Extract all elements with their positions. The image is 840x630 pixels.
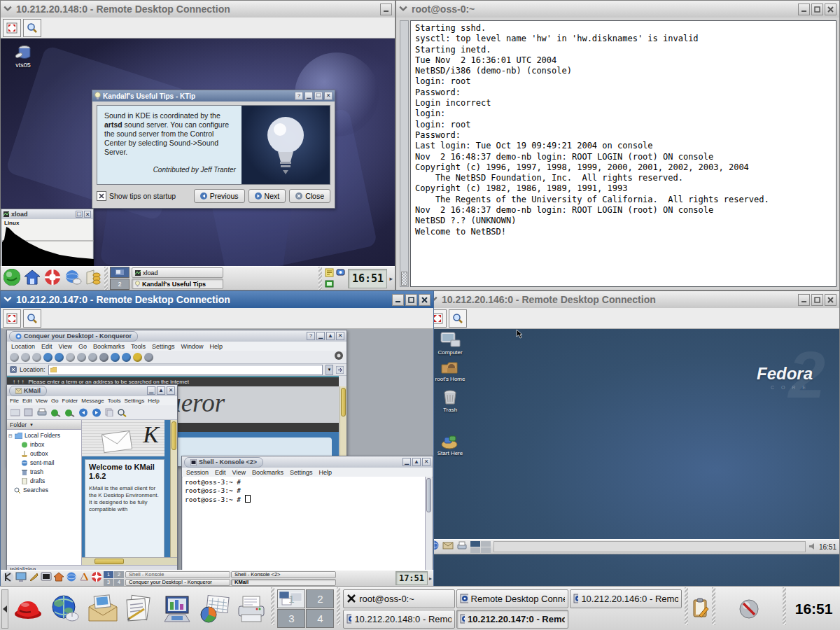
- show-tips-checkbox[interactable]: [97, 191, 106, 201]
- workspace-4[interactable]: [481, 547, 491, 553]
- shade-button[interactable]: ▲: [157, 386, 165, 395]
- menu-help[interactable]: Help: [210, 343, 223, 350]
- pager-desktop-3[interactable]: 3: [104, 579, 113, 586]
- reader-hscrollbar[interactable]: [82, 557, 177, 565]
- task-xload[interactable]: xload: [132, 267, 223, 278]
- maximize-button[interactable]: ☐: [314, 92, 323, 100]
- back-icon[interactable]: [10, 353, 19, 362]
- zoom-button[interactable]: [23, 19, 41, 37]
- up-icon[interactable]: [32, 353, 41, 362]
- panel-hide-button[interactable]: [1, 589, 8, 629]
- menu-location[interactable]: Location: [11, 343, 35, 350]
- folder-sent-mail[interactable]: sent-mail: [8, 458, 81, 468]
- minimize-button[interactable]: ▁: [147, 386, 155, 395]
- menu-edit[interactable]: Edit: [215, 469, 226, 476]
- panel-hide-arrow[interactable]: ▸: [429, 575, 432, 582]
- close-button[interactable]: ✕: [336, 332, 344, 340]
- minimize-button[interactable]: ▁: [316, 332, 325, 340]
- fullscreen-button[interactable]: [3, 309, 21, 328]
- minimize-button[interactable]: ▁: [304, 92, 313, 100]
- menu-help[interactable]: Help: [148, 398, 159, 404]
- desktop-icon-home[interactable]: root's Home: [430, 360, 470, 382]
- previous-button[interactable]: Previous: [194, 189, 245, 203]
- task-rdc-146[interactable]: 10.212.20.146:0 - Remote Desktop Connect…: [570, 589, 682, 608]
- close-button[interactable]: ✕: [84, 211, 91, 218]
- menu-view[interactable]: View: [36, 398, 48, 404]
- konsole-titlebar[interactable]: Shell - Konsole <2> ▁ ▲ ✕: [182, 456, 433, 468]
- host-clock[interactable]: 16:51: [789, 601, 839, 617]
- next-button[interactable]: Next: [248, 189, 286, 203]
- konsole-screen[interactable]: root@oss-3:~ # root@oss-3:~ # root@oss-3…: [183, 477, 425, 573]
- titlebar-oss[interactable]: root@oss-0:~: [396, 1, 839, 18]
- workspace-3[interactable]: [470, 547, 480, 553]
- folder-inbox[interactable]: inbox: [8, 440, 81, 449]
- fullscreen-button[interactable]: [3, 19, 21, 37]
- stop-icon[interactable]: [66, 353, 75, 362]
- pager-desktop-2[interactable]: 2: [110, 279, 130, 290]
- desktop-icon-computer[interactable]: Computer: [430, 332, 470, 356]
- klipper-icon[interactable]: [691, 597, 709, 621]
- menu-settings[interactable]: Settings: [290, 469, 313, 476]
- menu-bookmarks[interactable]: Bookmarks: [252, 469, 284, 476]
- menu-message[interactable]: Message: [81, 398, 104, 404]
- reply-icon[interactable]: [78, 408, 88, 417]
- menu-window[interactable]: Window: [181, 343, 203, 350]
- word-processor-launcher[interactable]: [122, 590, 157, 628]
- task-rdc[interactable]: Remote Desktop Connection: [456, 589, 568, 608]
- pager-desktop-1[interactable]: 1: [104, 571, 113, 578]
- workspace-switcher[interactable]: [470, 541, 491, 553]
- menu-view[interactable]: View: [59, 343, 72, 350]
- pager-desktop-1[interactable]: 1: [277, 589, 305, 608]
- menu-session[interactable]: Session: [186, 469, 209, 476]
- desktop-icon-trash[interactable]: Trash: [430, 389, 470, 413]
- ktip-titlebar[interactable]: Kandalf's Useful Tips - KTip ? ▁ ☐ ✕: [92, 90, 335, 102]
- maximize-button[interactable]: [811, 294, 823, 306]
- minimize-button[interactable]: [798, 294, 810, 306]
- documents-icon[interactable]: [84, 268, 102, 289]
- help-button[interactable]: ?: [295, 92, 303, 100]
- pager-desktop-4[interactable]: 4: [114, 579, 124, 586]
- check-mail-in-icon[interactable]: [64, 408, 75, 417]
- close-button[interactable]: ✕: [422, 458, 430, 466]
- shade-button[interactable]: ▲: [412, 458, 421, 466]
- kmenu-icon[interactable]: [2, 571, 14, 586]
- folder-local-folders[interactable]: ⊟Local Folders: [8, 431, 81, 440]
- terminal-scrollbar[interactable]: [400, 20, 409, 287]
- pager-desktop-1[interactable]: [110, 267, 130, 278]
- presentation-launcher[interactable]: [160, 590, 194, 628]
- pager-desktop-2[interactable]: 2: [306, 589, 334, 608]
- home-icon[interactable]: [43, 353, 52, 362]
- forward-icon[interactable]: [92, 408, 102, 417]
- shade-button[interactable]: ▲: [326, 332, 335, 340]
- zoom-out-icon[interactable]: [122, 353, 131, 362]
- notes-tray-icon[interactable]: [325, 268, 334, 277]
- go-icon[interactable]: [336, 366, 344, 374]
- menu-bookmarks[interactable]: Bookmarks: [93, 343, 125, 350]
- task-konsole-1[interactable]: Shell - Konsole: [125, 571, 230, 578]
- pager-desktop-2[interactable]: 2: [114, 571, 124, 578]
- menu-tools[interactable]: Tools: [131, 343, 146, 350]
- lock-icon[interactable]: [133, 353, 142, 362]
- email-icon[interactable]: [442, 540, 454, 553]
- spreadsheet-launcher[interactable]: [197, 590, 231, 628]
- host-pager[interactable]: 1 2 3 4: [277, 589, 334, 628]
- copy-icon[interactable]: [105, 408, 113, 416]
- email-launcher[interactable]: [85, 590, 120, 628]
- close-button[interactable]: [825, 4, 836, 15]
- scrollbar-thumb[interactable]: [401, 272, 407, 286]
- office-icon[interactable]: [78, 571, 90, 585]
- new-message-icon[interactable]: [10, 408, 20, 416]
- web-browser-launcher[interactable]: [48, 590, 83, 628]
- titlebar-148[interactable]: 10.212.20.148:0 - Remote Desktop Connect…: [1, 1, 395, 18]
- zoom-button[interactable]: [449, 309, 467, 328]
- menu-go[interactable]: Go: [78, 343, 87, 350]
- minimize-button[interactable]: [798, 4, 810, 15]
- menu-edit[interactable]: Edit: [22, 398, 32, 404]
- krfb-tray-icon[interactable]: [336, 268, 345, 277]
- printer-launcher[interactable]: [234, 590, 268, 628]
- browser-icon[interactable]: [66, 571, 77, 585]
- panel-clock-148[interactable]: 16:51: [348, 269, 387, 288]
- task-konsole-2[interactable]: Shell - Konsole <2>: [231, 571, 336, 578]
- settings-icon[interactable]: [28, 571, 39, 585]
- kmenu-redhat-button[interactable]: [11, 590, 46, 628]
